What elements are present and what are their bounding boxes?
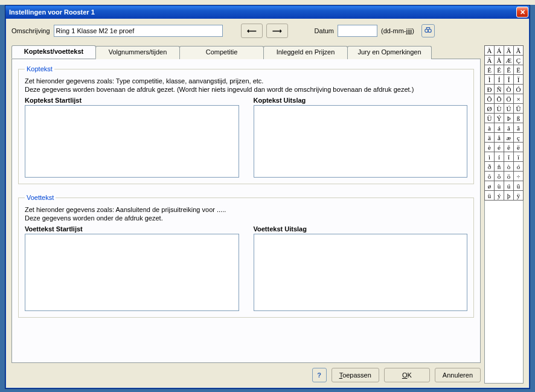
char-cell[interactable]: Ý: [494, 113, 504, 123]
char-cell[interactable]: Æ: [504, 55, 514, 65]
char-cell[interactable]: ñ: [494, 161, 504, 172]
char-cell[interactable]: Ç: [513, 55, 524, 65]
char-cell[interactable]: Ü: [484, 113, 495, 123]
tab-4[interactable]: Jury en Opmerkingen: [347, 46, 432, 59]
next-button[interactable]: ⟶: [266, 24, 288, 38]
dialog-buttons: ? Toepassen OK Annuleren: [11, 363, 481, 384]
char-cell[interactable]: â: [504, 123, 514, 133]
char-cell[interactable]: ó: [513, 161, 524, 172]
char-cell[interactable]: Þ: [504, 113, 514, 123]
apply-rest: oepassen: [342, 371, 371, 379]
char-cell[interactable]: À: [484, 45, 495, 56]
char-cell[interactable]: Â: [504, 45, 514, 56]
char-cell[interactable]: Î: [504, 74, 514, 85]
ok-button[interactable]: OK: [384, 368, 430, 382]
char-cell[interactable]: é: [494, 142, 504, 152]
char-cell[interactable]: Ä: [484, 55, 495, 65]
char-cell[interactable]: þ: [504, 190, 514, 201]
char-cell[interactable]: Ó: [513, 84, 524, 94]
char-cell[interactable]: ú: [504, 181, 514, 191]
char-cell[interactable]: Å: [494, 55, 504, 65]
char-cell[interactable]: ë: [513, 142, 524, 152]
tab-0[interactable]: Koptekst/voettekst: [11, 45, 96, 59]
voettekst-uitslag-textarea[interactable]: [254, 234, 468, 311]
datum-label: Datum: [315, 27, 334, 34]
close-button[interactable]: ✕: [516, 7, 528, 18]
svg-point-1: [428, 29, 431, 32]
char-cell[interactable]: í: [494, 152, 504, 162]
char-cell[interactable]: Ã: [513, 45, 524, 56]
char-cell[interactable]: ã: [513, 123, 524, 133]
char-cell[interactable]: Ë: [513, 65, 524, 75]
char-cell[interactable]: ÷: [513, 171, 524, 181]
help-button[interactable]: ?: [312, 368, 327, 382]
voettekst-desc-1: Zet hieronder gegevens zoals: Aansluiten…: [25, 206, 467, 213]
cancel-button[interactable]: Annuleren: [435, 368, 481, 382]
char-cell[interactable]: ï: [513, 152, 524, 162]
char-cell[interactable]: È: [484, 65, 495, 75]
char-cell[interactable]: ÿ: [513, 190, 524, 201]
char-cell[interactable]: Ñ: [494, 84, 504, 94]
svg-point-0: [425, 29, 428, 32]
char-cell[interactable]: ç: [513, 132, 524, 143]
tab-bar: Koptekst/voettekstVolgnummers/tijdenComp…: [11, 45, 481, 59]
char-cell[interactable]: è: [484, 142, 495, 152]
char-cell[interactable]: ê: [504, 142, 514, 152]
char-cell[interactable]: Ú: [504, 103, 514, 114]
char-cell[interactable]: à: [484, 123, 495, 133]
char-cell[interactable]: ×: [513, 94, 524, 104]
char-cell[interactable]: ä: [484, 132, 495, 143]
char-cell[interactable]: Ò: [504, 84, 514, 94]
char-cell[interactable]: ü: [484, 190, 495, 201]
char-cell[interactable]: Á: [494, 45, 504, 56]
char-cell[interactable]: ð: [484, 161, 495, 172]
tab-3[interactable]: Inleggeld en Prijzen: [263, 46, 348, 59]
char-cell[interactable]: Ê: [504, 65, 514, 75]
datum-input[interactable]: [338, 25, 377, 37]
char-cell[interactable]: å: [494, 132, 504, 143]
char-cell[interactable]: Ð: [484, 84, 495, 94]
koptekst-startlijst-textarea[interactable]: [25, 105, 239, 178]
char-cell[interactable]: Ì: [484, 74, 495, 85]
koptekst-desc-2: Deze gegevens worden bovenaan de afdruk …: [25, 86, 467, 93]
voettekst-startlijst-textarea[interactable]: [25, 234, 239, 311]
arrow-right-icon: ⟶: [272, 27, 282, 35]
char-cell[interactable]: î: [504, 152, 514, 162]
omschrijving-label: Omschrijving: [11, 27, 50, 34]
koptekst-uitslag-textarea[interactable]: [254, 105, 468, 178]
char-cell[interactable]: û: [513, 181, 524, 191]
voettekst-uitslag-label: Voettekst Uitslag: [254, 225, 468, 233]
apply-button[interactable]: Toepassen: [332, 368, 379, 382]
char-palette: ÀÁÂÃÄÅÆÇÈÉÊËÌÍÎÏÐÑÒÓÔÕÖ×ØÙÚÛÜÝÞßàáâãäåæç…: [484, 45, 524, 384]
char-cell[interactable]: ù: [494, 181, 504, 191]
char-cell[interactable]: ø: [484, 181, 495, 191]
omschrijving-input[interactable]: [54, 25, 223, 37]
char-cell[interactable]: ô: [484, 171, 495, 181]
char-cell[interactable]: ö: [504, 171, 514, 181]
char-cell[interactable]: ý: [494, 190, 504, 201]
char-cell[interactable]: Ø: [484, 103, 495, 114]
char-cell[interactable]: ì: [484, 152, 495, 162]
settings-window: Instellingen voor Rooster 1 ✕ Omschrijvi…: [5, 5, 530, 389]
prev-button[interactable]: ⟵: [241, 24, 263, 38]
char-cell[interactable]: É: [494, 65, 504, 75]
char-cell[interactable]: æ: [504, 132, 514, 143]
char-cell[interactable]: Û: [513, 103, 524, 114]
voettekst-legend: Voettekst: [25, 194, 56, 201]
char-cell[interactable]: Í: [494, 74, 504, 85]
char-cell[interactable]: á: [494, 123, 504, 133]
char-cell[interactable]: Õ: [494, 94, 504, 104]
tab-1[interactable]: Volgnummers/tijden: [95, 46, 180, 59]
char-cell[interactable]: ß: [513, 113, 524, 123]
char-cell[interactable]: Ï: [513, 74, 524, 85]
char-cell[interactable]: Ù: [494, 103, 504, 114]
char-cell[interactable]: ò: [504, 161, 514, 172]
char-cell[interactable]: Ô: [484, 94, 495, 104]
tab-2[interactable]: Competitie: [179, 46, 264, 59]
header-row: Omschrijving ⟵ ⟶ Datum (dd-mm-jjjj): [11, 24, 524, 38]
char-cell[interactable]: Ö: [504, 94, 514, 104]
char-cell[interactable]: õ: [494, 171, 504, 181]
ok-rest: K: [407, 371, 411, 379]
search-button[interactable]: [421, 24, 435, 37]
binoculars-icon: [424, 26, 432, 36]
